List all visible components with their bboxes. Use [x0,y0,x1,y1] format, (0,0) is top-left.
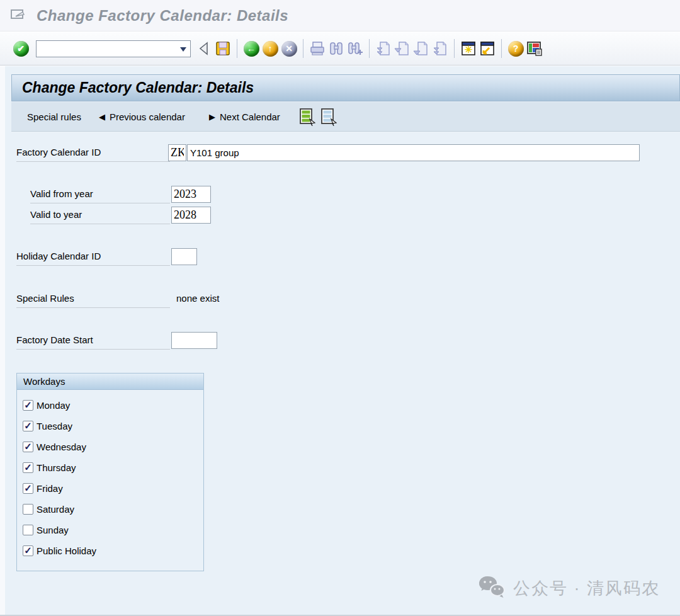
factory-calendar-id-label: Factory Calendar ID [16,144,170,162]
workday-row-saturday: ✓ Saturday [17,499,203,520]
workdays-group: Workdays ✓ Monday ✓ Tuesday ✓ Wednesday … [16,373,204,571]
factory-date-start-field[interactable] [171,332,217,349]
thursday-label: Thursday [37,462,76,473]
right-triangle-icon: ▶ [209,112,215,122]
find-next-icon[interactable] [346,38,365,59]
wednesday-checkbox[interactable]: ✓ [23,442,33,452]
window-titlebar: Change Factory Calendar: Details [0,0,680,31]
toolbar-separator [369,39,370,58]
toolbar-separator [454,39,455,58]
thursday-checkbox[interactable]: ✓ [23,462,33,473]
workday-row-public-holiday: ✓ Public Holiday [17,540,203,561]
standard-toolbar: ✔ ← ↑ ✕ [0,32,680,66]
back-triangle-icon[interactable] [195,38,213,59]
create-shortcut-icon[interactable] [478,38,497,59]
print-icon[interactable] [308,38,327,59]
screen-header: Change Factory Calendar: Details [11,74,680,101]
factory-date-start-label: Factory Date Start [16,332,170,350]
calendar-display-icon[interactable] [319,107,337,126]
chevron-down-icon[interactable] [180,47,186,52]
check-icon: ✓ [24,545,32,555]
check-icon: ✓ [24,421,32,430]
toolbar-separator [303,39,303,58]
page-title: Change Factory Calendar: Details [22,79,254,96]
saturday-label: Saturday [37,504,74,515]
screen-icon [10,7,28,25]
exit-icon[interactable]: ↑ [261,38,280,59]
valid-from-year-label: Valid from year [30,186,170,203]
last-page-icon[interactable] [431,38,450,59]
customize-layout-icon[interactable] [525,38,544,59]
cancel-icon[interactable]: ✕ [280,38,298,59]
toolbar-separator [237,39,237,58]
left-triangle-icon: ◀ [99,112,105,122]
holiday-calendar-id-label: Holiday Calendar ID [16,248,170,266]
holiday-calendar-id-field[interactable] [171,248,197,265]
monday-checkbox[interactable]: ✓ [23,400,33,411]
svg-text:✳: ✳ [465,44,473,55]
check-icon: ✓ [24,462,32,472]
wechat-icon [478,575,507,602]
friday-checkbox[interactable]: ✓ [23,483,33,494]
public-holiday-label: Public Holiday [37,545,96,556]
special-rules-label: Special Rules [16,290,170,308]
workdays-group-title: Workdays [17,374,203,390]
next-page-icon[interactable] [412,38,431,59]
workday-row-sunday: ✓ Sunday [17,520,203,540]
friday-label: Friday [37,483,63,494]
workday-row-friday: ✓ Friday [17,478,203,499]
workday-row-tuesday: ✓ Tuesday [17,416,203,436]
command-field[interactable] [36,40,191,57]
command-input[interactable] [38,42,175,56]
check-icon: ✓ [24,400,32,409]
watermark-text: 公众号 · 清风码农 [513,577,660,600]
valid-to-year-field[interactable] [171,207,211,224]
next-calendar-button[interactable]: ▶ Next Calendar [204,108,285,126]
workdays-list: ✓ Monday ✓ Tuesday ✓ Wednesday ✓ Thursda… [17,390,203,561]
new-session-icon[interactable]: ✳ [459,38,478,59]
workday-row-monday: ✓ Monday [17,395,203,416]
back-icon[interactable]: ← [242,38,261,59]
public-holiday-checkbox[interactable]: ✓ [23,545,33,556]
save-icon[interactable] [213,38,232,59]
tuesday-checkbox[interactable]: ✓ [23,421,33,431]
application-toolbar: Special rules ◀ Previous calendar ▶ Next… [11,102,680,132]
valid-from-year-field[interactable] [171,186,211,203]
previous-page-icon[interactable] [393,38,412,59]
help-icon[interactable]: ? [506,38,525,59]
tuesday-label: Tuesday [37,421,72,431]
check-icon: ✓ [24,442,32,451]
toolbar-separator [501,39,502,58]
left-margin [0,66,5,616]
enter-icon[interactable]: ✔ [11,38,30,59]
window-title: Change Factory Calendar: Details [37,7,288,25]
first-page-icon[interactable] [374,38,393,59]
monday-label: Monday [37,400,70,411]
sunday-label: Sunday [37,525,69,535]
find-icon[interactable] [327,38,346,59]
sap-window: Change Factory Calendar: Details ✔ ← ↑ ✕ [0,0,680,616]
special-rules-button[interactable]: Special rules [22,108,86,126]
watermark: 公众号 · 清风码农 [478,575,660,602]
check-icon: ✓ [24,483,32,493]
previous-calendar-button[interactable]: ◀ Previous calendar [94,108,190,126]
screen-area: Change Factory Calendar: Details Special… [0,66,680,616]
workday-row-wednesday: ✓ Wednesday [17,436,203,457]
calendar-overview-icon[interactable] [298,107,315,126]
factory-calendar-id-field[interactable] [168,144,186,161]
wednesday-label: Wednesday [37,442,86,452]
sunday-checkbox[interactable]: ✓ [23,525,33,535]
factory-calendar-description-field[interactable] [187,144,640,161]
special-rules-value: none exist [176,290,219,308]
workday-row-thursday: ✓ Thursday [17,457,203,478]
saturday-checkbox[interactable]: ✓ [23,504,33,515]
valid-to-year-label: Valid to year [30,207,170,224]
